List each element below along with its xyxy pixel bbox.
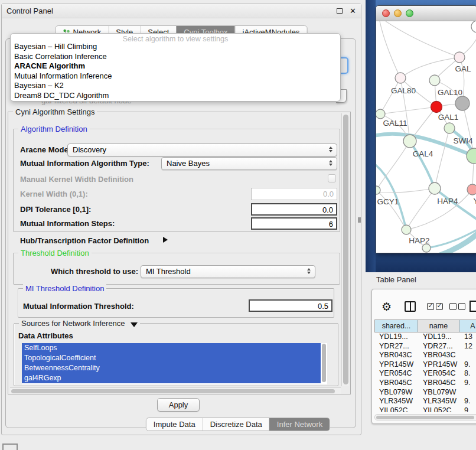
dpi-tolerance-label: DPI Tolerance [0,1]:	[20, 205, 91, 214]
node-label: GAL4	[413, 149, 433, 158]
desktop-shadow	[366, 0, 376, 272]
panel-divider-handle[interactable]	[358, 217, 361, 223]
spinner-arrows-icon	[329, 146, 332, 152]
algorithm-option[interactable]: Mutual Information Inference	[11, 71, 340, 81]
aracne-mode-combobox[interactable]: Discovery	[67, 144, 337, 156]
algorithm-option[interactable]: Dream8 DC_TDC Algorithm	[11, 91, 340, 101]
node-hap4[interactable]	[429, 182, 441, 194]
mi-threshold-label: Mutual Information Threshold:	[23, 302, 134, 311]
spinner-arrows-icon	[307, 268, 311, 274]
close-panel-icon[interactable]: ✕	[350, 8, 356, 14]
network-canvas[interactable]: GAL GAL80 GAL10 GAL1 GAL11 SWI4 GAL4 GCY…	[376, 21, 476, 253]
unchecked-columns-icon[interactable]	[449, 303, 467, 312]
attribute-item[interactable]: TopologicalCoefficient	[22, 353, 321, 363]
node-label: SWI4	[453, 136, 472, 145]
column-header-name[interactable]: name	[418, 319, 459, 332]
network-graph: GAL GAL80 GAL10 GAL1 GAL11 SWI4 GAL4 GCY…	[376, 21, 476, 253]
node-label: GCY1	[377, 197, 399, 206]
checked-columns-icon[interactable]	[427, 303, 445, 312]
table-row[interactable]: YLR345WYLR345W9.	[374, 397, 476, 406]
attribute-item[interactable]: BetweennessCentrality	[22, 363, 321, 373]
cyni-bottom-tabbar: Impute Data Discretize Data Infer Networ…	[146, 418, 330, 431]
control-panel-title: Control Panel	[6, 6, 53, 15]
node-label: GAL80	[391, 86, 416, 95]
settings-horizontal-scrollbar[interactable]	[10, 387, 341, 394]
mi-steps-field[interactable]: 6	[251, 217, 337, 230]
table-rows: YDL19...YDL19...13 YDR27...YDR27...12 YB…	[374, 332, 476, 412]
bottom-corner-widget[interactable]	[2, 444, 18, 450]
kernel-width-label: Kernel Width (0,1):	[20, 190, 88, 198]
table-header: shared... name A	[374, 319, 476, 332]
attribute-item[interactable]: gal4RGexp	[22, 373, 321, 383]
attribute-item[interactable]: SelfLoops	[22, 343, 321, 353]
table-row[interactable]: YDL19...YDL19...13	[374, 332, 476, 342]
algorithm-definition-title: Algorithm Definition	[18, 125, 90, 133]
minimize-button[interactable]	[394, 9, 402, 17]
kernel-width-field[interactable]: 0.0	[251, 188, 337, 200]
which-threshold-combobox[interactable]: MI Threshold	[141, 265, 315, 278]
node-gal11[interactable]	[376, 109, 385, 119]
aracne-mode-label: Aracne Mode:	[20, 145, 71, 154]
node-gal1-selected[interactable]	[431, 102, 442, 113]
threshold-definition-title: Threshold Definition	[18, 249, 92, 257]
gear-icon[interactable]: ⚙	[382, 301, 392, 312]
node-label: HAP2	[409, 236, 429, 245]
which-threshold-label: Which threshold to use:	[51, 267, 138, 276]
node[interactable]	[471, 21, 476, 32]
node-gal10[interactable]	[429, 75, 440, 86]
split-columns-icon[interactable]	[405, 301, 416, 312]
table-horizontal-scrollbar[interactable]	[374, 414, 476, 420]
attributes-scrollbar[interactable]	[321, 343, 327, 384]
network-window-titlebar	[376, 6, 476, 21]
tab-discretize-data[interactable]: Discretize Data	[203, 418, 269, 431]
node[interactable]	[467, 184, 476, 195]
node[interactable]	[454, 52, 465, 63]
algorithm-option[interactable]: Bayesian – Hill Climbing	[11, 42, 340, 52]
node[interactable]	[422, 244, 431, 252]
float-window-icon[interactable]	[337, 8, 343, 14]
algorithm-dropdown-popup: Select algorithm to view settings Bayesi…	[10, 33, 341, 102]
node-gal4[interactable]	[403, 135, 416, 148]
algorithm-option-selected[interactable]: ARACNE Algorithm	[11, 61, 340, 71]
tab-impute-data[interactable]: Impute Data	[146, 418, 203, 431]
sources-group-title: Sources for Network Inference	[19, 319, 140, 328]
table-row[interactable]: YIL052CYIL052C9	[374, 406, 476, 412]
expand-right-icon[interactable]	[163, 237, 168, 243]
algorithm-hint: Select algorithm to view settings	[11, 34, 340, 42]
dpi-tolerance-field[interactable]: 0.0	[251, 203, 337, 216]
apply-button[interactable]: Apply	[157, 398, 200, 412]
algorithm-option[interactable]: Bayesian – K2	[11, 81, 340, 91]
settings-vertical-scrollbar[interactable]	[341, 113, 349, 386]
table-row[interactable]: YBR043CYBR043C	[374, 351, 476, 360]
tab-infer-network[interactable]: Infer Network	[269, 418, 330, 431]
close-button[interactable]	[382, 9, 390, 17]
node-gal80[interactable]	[395, 73, 406, 83]
node-label: HAP4	[437, 197, 458, 206]
collapse-down-icon[interactable]	[131, 322, 138, 327]
spinner-arrows-icon	[329, 160, 332, 166]
mi-type-combobox[interactable]: Naive Bayes	[161, 157, 337, 170]
algorithm-combobox-fragment[interactable]	[340, 57, 348, 74]
node[interactable]	[467, 148, 476, 164]
mi-steps-label: Mutual Information Steps:	[20, 219, 115, 228]
node-swi4[interactable]	[444, 123, 455, 133]
manual-kernel-checkbox[interactable]	[328, 174, 336, 182]
table-row[interactable]: YBR045CYBR045C9.	[374, 379, 476, 388]
algorithm-option[interactable]: Basic Correlation Inference	[11, 52, 340, 62]
table-row[interactable]: YPR145WYPR145W9.	[374, 360, 476, 370]
mi-threshold-field[interactable]: 0.5	[249, 299, 332, 312]
node-label: GAL1	[438, 113, 459, 122]
manual-kernel-label: Manual Kernel Width Definition	[20, 175, 133, 184]
node-hap2[interactable]	[402, 225, 411, 234]
mi-threshold-group-title: MI Threshold Definition	[23, 284, 106, 293]
data-attributes-list: SelfLoops TopologicalCoefficient Between…	[22, 343, 327, 384]
table-row[interactable]: YER054CYER054C8.	[374, 369, 476, 379]
document-icon[interactable]	[470, 301, 476, 312]
zoom-button[interactable]	[406, 9, 413, 17]
node-label: GAL11	[383, 119, 407, 128]
table-row[interactable]: YBL079WYBL079W	[374, 388, 476, 397]
column-header-shared-name[interactable]: shared...	[374, 319, 418, 332]
table-row[interactable]: YDR27...YDR27...12	[374, 342, 476, 351]
node[interactable]	[455, 96, 470, 110]
column-header-partial[interactable]: A	[459, 319, 476, 332]
